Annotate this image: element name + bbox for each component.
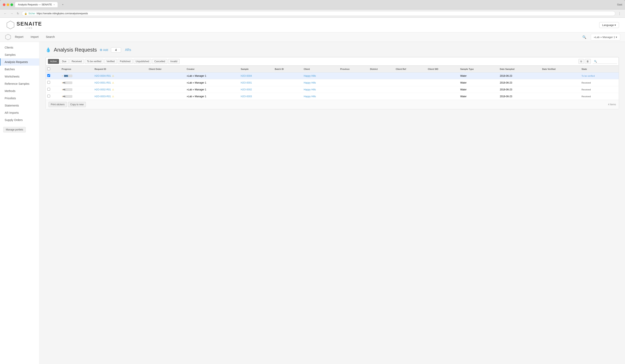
new-tab-btn[interactable]: +	[60, 2, 66, 7]
request-id-link[interactable]: H2O-0003-R01	[94, 95, 111, 98]
sidebar-item-reference-samples[interactable]: Reference Samples	[0, 80, 39, 87]
row-checkbox-cell	[46, 93, 60, 100]
filter-tab-published[interactable]: Published	[118, 59, 133, 64]
client-link[interactable]: Happy Hills	[304, 74, 316, 77]
print-stickers-button[interactable]: Print stickers	[49, 102, 67, 107]
address-bar[interactable]: 🔒 Sicher https://senaite.ridingbytes.com…	[22, 11, 615, 16]
request-id-link[interactable]: H2O-0001-R01	[94, 81, 111, 84]
row-batch-id-cell	[273, 93, 302, 100]
col-header-sample: Sample	[239, 66, 273, 72]
forward-btn[interactable]: →	[9, 11, 14, 16]
sidebar-item-supply-orders[interactable]: Supply Orders	[0, 116, 39, 124]
more-menu-btn[interactable]: ⋮	[617, 11, 622, 16]
table-actions: Print stickers Copy to new	[49, 102, 86, 107]
sample-link[interactable]: H2O-0004	[241, 74, 252, 77]
language-button[interactable]: Language ▾	[599, 22, 619, 28]
row-state-cell: Received	[580, 86, 619, 93]
maximize-traffic-light[interactable]	[10, 3, 13, 6]
ars-link[interactable]: ARs	[125, 48, 131, 52]
row-sample-cell: H2O-0003	[239, 93, 273, 100]
search-button[interactable]: 🔍	[580, 33, 589, 41]
col-header-state: State	[580, 66, 619, 72]
sidebar: Clients Samples Analysis Requests Batche…	[0, 42, 39, 364]
row-sample-cell: H2O-0004	[239, 72, 273, 79]
sidebar-item-batches[interactable]: Batches	[0, 66, 39, 73]
row-date-sampled-cell: 2018-06-23	[498, 72, 540, 79]
sidebar-item-analysis-requests[interactable]: Analysis Requests	[0, 58, 39, 66]
sidebar-item-methods[interactable]: Methods	[0, 87, 39, 95]
manage-portlets-button[interactable]: Manage portlets	[3, 127, 26, 132]
state-badge: Received	[582, 82, 591, 84]
nav-item-report[interactable]: Report	[11, 32, 27, 42]
row-district-cell	[369, 86, 394, 93]
row-date-verified-cell	[540, 72, 580, 79]
col-header-client: Client	[302, 66, 339, 72]
filter-tab-to-be-verified[interactable]: To be verified	[85, 59, 103, 64]
request-id-link[interactable]: H2O-0004-R01	[94, 74, 111, 77]
reload-btn[interactable]: ↻	[16, 11, 20, 16]
row-checkbox[interactable]	[47, 95, 50, 97]
sidebar-item-ar-imports[interactable]: AR Imports	[0, 109, 39, 116]
row-district-cell	[369, 72, 394, 79]
row-request-id-cell: H2O-0004-R01 ⚠	[93, 72, 147, 79]
select-all-checkbox[interactable]	[47, 67, 50, 70]
col-header-request-id: Request ID	[93, 66, 147, 72]
row-checkbox[interactable]	[47, 88, 50, 91]
client-link[interactable]: Happy Hills	[304, 95, 316, 98]
filter-tab-invalid[interactable]: Invalid	[168, 59, 180, 64]
filter-tab-due[interactable]: Due	[60, 59, 69, 64]
row-checkbox-cell	[46, 72, 60, 79]
row-checkbox[interactable]	[47, 74, 50, 77]
filter-icons: ⧉ 🗑	[578, 59, 617, 64]
col-header-checkbox	[46, 66, 60, 72]
table-header-row: Progress Request ID Client Order Creator…	[46, 66, 619, 72]
copy-icon-btn[interactable]: ⧉	[578, 59, 584, 64]
nav-item-search[interactable]: Search	[42, 32, 58, 42]
row-creator-cell: »Lab » Manager 1	[185, 93, 239, 100]
row-client-sid-cell	[426, 72, 459, 79]
add-link[interactable]: ⊕ Add	[100, 48, 108, 52]
add-count-input[interactable]	[111, 47, 121, 53]
filter-tab-verified[interactable]: Verified	[104, 59, 117, 64]
close-traffic-light[interactable]	[3, 3, 5, 6]
active-tab[interactable]: Analysis Requests — SENAITE ×	[15, 2, 58, 7]
minimize-traffic-light[interactable]	[7, 3, 9, 6]
state-badge: To be verified	[582, 75, 594, 77]
table-search-input[interactable]	[593, 59, 617, 64]
filter-tab-cancelled[interactable]: Cancelled	[152, 59, 167, 64]
row-progress-cell: ↑ 0%	[60, 79, 93, 86]
sidebar-item-statements[interactable]: Statements	[0, 102, 39, 109]
row-province-cell	[339, 72, 369, 79]
sidebar-item-samples[interactable]: Samples	[0, 51, 39, 58]
sidebar-item-worksheets[interactable]: Worksheets	[0, 73, 39, 80]
copy-to-new-button[interactable]: Copy to new	[68, 102, 86, 107]
table-row: ↑ 0% H2O-0003-R01 ⚠ »Lab » Manager 1 H2O…	[46, 93, 619, 100]
nav-user-menu[interactable]: »Lab » Manager 1 ▾	[591, 34, 620, 40]
nav-item-import[interactable]: Import	[27, 32, 42, 42]
sidebar-item-pricelists[interactable]: Pricelists	[0, 95, 39, 102]
request-id-link[interactable]: H2O-0002-R01	[94, 88, 111, 91]
traffic-lights	[3, 3, 13, 6]
sample-link[interactable]: H2O-0003	[241, 95, 252, 98]
row-client-ref-cell	[394, 86, 426, 93]
progress-bar: 50%	[64, 75, 72, 77]
back-btn[interactable]: ←	[3, 11, 8, 16]
items-count: 4 Items	[608, 103, 616, 106]
sidebar-item-clients[interactable]: Clients	[0, 44, 39, 51]
filter-tab-active[interactable]: Active	[48, 59, 59, 64]
client-link[interactable]: Happy Hills	[304, 81, 316, 84]
sample-link[interactable]: H2O-0002	[241, 88, 252, 91]
row-progress-cell: ↑ 50%	[60, 72, 93, 79]
client-link[interactable]: Happy Hills	[304, 88, 316, 91]
col-header-sample-type: Sample Type	[459, 66, 498, 72]
row-progress-cell: ↑ 0%	[60, 86, 93, 93]
tab-close-btn[interactable]: ×	[54, 3, 55, 6]
progress-label: 50%	[64, 75, 68, 77]
col-header-creator: Creator	[185, 66, 239, 72]
row-checkbox[interactable]	[47, 81, 50, 84]
sample-link[interactable]: H2O-0001	[241, 81, 252, 84]
main-content: 💧 Analysis Requests ⊕ Add ARs Active Due…	[39, 42, 625, 364]
delete-icon-btn[interactable]: 🗑	[585, 59, 591, 64]
filter-tab-unpublished[interactable]: Unpublished	[133, 59, 152, 64]
filter-tab-received[interactable]: Received	[69, 59, 84, 64]
